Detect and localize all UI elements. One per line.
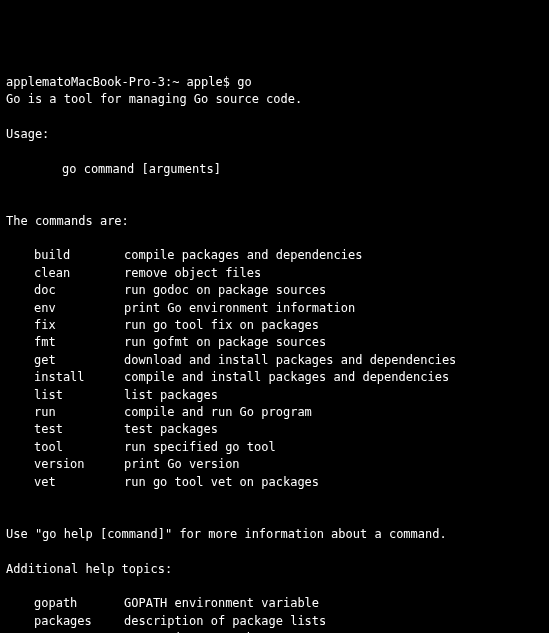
intro-text: Go is a tool for managing Go source code… <box>6 92 302 106</box>
topics-list: gopathGOPATH environment variablepackage… <box>6 595 543 633</box>
list-item: toolrun specified go tool <box>6 439 543 456</box>
command-description: print Go environment information <box>124 300 355 317</box>
command-name: list <box>34 387 124 404</box>
list-item: listlist packages <box>6 387 543 404</box>
list-item: runcompile and run Go program <box>6 404 543 421</box>
command-description: compile and install packages and depende… <box>124 369 449 386</box>
command-description: download and install packages and depend… <box>124 352 456 369</box>
command-name: build <box>34 247 124 264</box>
list-item: envprint Go environment information <box>6 300 543 317</box>
command-description: list packages <box>124 387 218 404</box>
list-item: packagesdescription of package lists <box>6 613 543 630</box>
topics-header: Additional help topics: <box>6 562 172 576</box>
list-item: cleanremove object files <box>6 265 543 282</box>
command-description: run go tool vet on packages <box>124 474 319 491</box>
list-item: fmtrun gofmt on package sources <box>6 334 543 351</box>
typed-command: go <box>237 75 251 89</box>
command-description: compile and run Go program <box>124 404 312 421</box>
command-name: fix <box>34 317 124 334</box>
command-description: test packages <box>124 421 218 438</box>
list-item: versionprint Go version <box>6 456 543 473</box>
list-item: buildcompile packages and dependencies <box>6 247 543 264</box>
list-item: docrun godoc on package sources <box>6 282 543 299</box>
command-description: remove object files <box>124 265 261 282</box>
command-name: env <box>34 300 124 317</box>
command-description: print Go version <box>124 456 240 473</box>
list-item: testtest packages <box>6 421 543 438</box>
command-description: compile packages and dependencies <box>124 247 362 264</box>
command-description: description of package lists <box>124 613 326 630</box>
command-description: run godoc on package sources <box>124 282 326 299</box>
usage-label: Usage: <box>6 127 49 141</box>
terminal-output: applematoMacBook-Pro-3:~ apple$ go Go is… <box>6 74 543 633</box>
command-name: version <box>34 456 124 473</box>
command-name: fmt <box>34 334 124 351</box>
help-command-hint: Use "go help [command]" for more informa… <box>6 527 447 541</box>
command-name: gopath <box>34 595 124 612</box>
list-item: getdownload and install packages and dep… <box>6 352 543 369</box>
list-item: fixrun go tool fix on packages <box>6 317 543 334</box>
command-name: install <box>34 369 124 386</box>
command-name: clean <box>34 265 124 282</box>
list-item: vetrun go tool vet on packages <box>6 474 543 491</box>
command-name: packages <box>34 613 124 630</box>
command-name: tool <box>34 439 124 456</box>
shell-prompt: applematoMacBook-Pro-3:~ apple$ <box>6 75 237 89</box>
commands-list: buildcompile packages and dependenciescl… <box>6 247 543 490</box>
command-name: run <box>34 404 124 421</box>
list-item: gopathGOPATH environment variable <box>6 595 543 612</box>
command-name: get <box>34 352 124 369</box>
usage-syntax: go command [arguments] <box>62 162 221 176</box>
command-name: test <box>34 421 124 438</box>
list-item: installcompile and install packages and … <box>6 369 543 386</box>
command-description: run go tool fix on packages <box>124 317 319 334</box>
command-name: doc <box>34 282 124 299</box>
command-description: GOPATH environment variable <box>124 595 319 612</box>
command-description: run gofmt on package sources <box>124 334 326 351</box>
command-name: vet <box>34 474 124 491</box>
commands-header: The commands are: <box>6 214 129 228</box>
command-description: run specified go tool <box>124 439 276 456</box>
